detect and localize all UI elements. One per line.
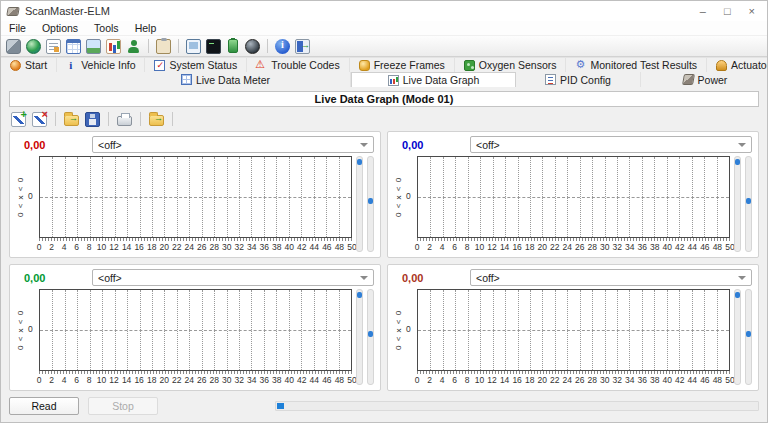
slider-thumb[interactable]: [735, 159, 740, 165]
plot-area: [39, 156, 352, 238]
read-button[interactable]: Read: [9, 397, 79, 415]
scale-slider-upper[interactable]: [356, 289, 363, 385]
menu-file[interactable]: File: [9, 22, 26, 34]
gridline: [542, 290, 543, 370]
scale-slider-upper[interactable]: [356, 156, 363, 252]
graph-panel-2: 0,00 <off> 0 < x < 0 0 02468101214161820…: [387, 131, 759, 258]
gridline: [301, 157, 302, 237]
user-icon[interactable]: [126, 39, 141, 54]
chart-image-icon[interactable]: [106, 39, 121, 54]
maximize-button[interactable]: □: [724, 2, 731, 20]
gridline: [505, 290, 506, 370]
tab-vehicle-info[interactable]: Vehicle Info: [57, 58, 145, 72]
add-graph-icon[interactable]: [11, 112, 26, 127]
exit-icon[interactable]: [295, 39, 310, 54]
scale-slider-zero[interactable]: [745, 156, 752, 252]
gridline: [115, 290, 116, 370]
remove-graph-icon[interactable]: [32, 112, 47, 127]
connect-icon[interactable]: [6, 39, 21, 54]
tab-live-data-graph[interactable]: Live Data Graph: [351, 72, 516, 87]
sphere-icon[interactable]: [245, 39, 260, 54]
gridline: [251, 157, 252, 237]
battery-icon[interactable]: [228, 39, 238, 53]
slider-thumb[interactable]: [746, 198, 751, 204]
trouble-codes-icon: [256, 60, 267, 71]
tab-oxygen-sensors[interactable]: Oxygen Sensors: [455, 58, 567, 72]
pid-select-value: <off>: [476, 139, 500, 151]
tab-live-data-meter[interactable]: Live Data Meter: [101, 72, 351, 87]
gridline: [443, 157, 444, 237]
pid-select-value: <off>: [476, 272, 500, 284]
pid-select-value: <off>: [98, 139, 122, 151]
gridline: [518, 290, 519, 370]
scale-slider-upper[interactable]: [734, 289, 741, 385]
gridline: [202, 157, 203, 237]
tab-label: Oxygen Sensors: [479, 59, 557, 71]
main-toolbar: [1, 36, 767, 57]
tab-monitored-test-results[interactable]: Monitored Test Results: [566, 58, 707, 72]
gridline: [480, 157, 481, 237]
info-icon[interactable]: [275, 39, 290, 54]
pid-select[interactable]: <off>: [470, 269, 752, 286]
scale-slider-zero[interactable]: [745, 289, 752, 385]
gridline: [480, 290, 481, 370]
scale-slider-zero[interactable]: [367, 156, 374, 252]
data-table-icon[interactable]: [66, 39, 81, 54]
menu-options[interactable]: Options: [42, 22, 78, 34]
gridline: [314, 290, 315, 370]
minimize-button[interactable]: –: [700, 2, 706, 20]
tab-start[interactable]: Start: [1, 58, 57, 72]
save-file-icon[interactable]: [85, 112, 100, 127]
pid-config-icon: [545, 74, 556, 85]
gridline: [90, 157, 91, 237]
gridline: [654, 157, 655, 237]
tab-label: Vehicle Info: [81, 59, 135, 71]
gridline: [177, 290, 178, 370]
gridline: [227, 290, 228, 370]
tab-pid-config[interactable]: PID Config: [516, 72, 641, 87]
screen-search-icon[interactable]: [186, 39, 201, 54]
scale-slider-zero[interactable]: [367, 289, 374, 385]
toolbar-separator: [108, 112, 109, 126]
pid-select[interactable]: <off>: [92, 269, 374, 286]
tab-power[interactable]: Power: [641, 72, 768, 87]
graph-panel-3: 0,00 <off> 0 < x < 0 0 02468101214161820…: [9, 264, 381, 391]
tab-system-status[interactable]: System Status: [145, 58, 247, 72]
menu-tools[interactable]: Tools: [94, 22, 119, 34]
gridline: [617, 157, 618, 237]
gridline: [605, 157, 606, 237]
globe-icon[interactable]: [26, 39, 41, 54]
scale-slider-upper[interactable]: [734, 156, 741, 252]
plot-area: [39, 289, 352, 371]
slider-thumb[interactable]: [357, 292, 362, 298]
open-file-icon[interactable]: [64, 115, 79, 126]
tab-freeze-frames[interactable]: Freeze Frames: [350, 58, 455, 72]
export-icon[interactable]: [149, 115, 164, 126]
image-view-icon[interactable]: [86, 39, 101, 54]
tab-actuator[interactable]: Actuator: [707, 58, 768, 72]
print-icon[interactable]: [117, 116, 132, 126]
slider-thumb[interactable]: [368, 198, 373, 204]
slider-thumb[interactable]: [735, 292, 740, 298]
gridline: [276, 290, 277, 370]
progress-bar: [275, 401, 759, 411]
gridline: [580, 157, 581, 237]
current-value: 0,00: [392, 272, 470, 284]
pid-select-value: <off>: [98, 272, 122, 284]
menu-help[interactable]: Help: [135, 22, 157, 34]
pid-select[interactable]: <off>: [470, 136, 752, 153]
close-button[interactable]: ×: [749, 2, 755, 20]
slider-thumb[interactable]: [368, 331, 373, 337]
slider-thumb[interactable]: [357, 159, 362, 165]
slider-thumb[interactable]: [746, 331, 751, 337]
terminal-icon[interactable]: [206, 39, 221, 54]
gridline: [642, 157, 643, 237]
zero-line: [40, 330, 351, 331]
tab-trouble-codes[interactable]: Trouble Codes: [247, 58, 349, 72]
stop-button[interactable]: Stop: [88, 397, 158, 415]
clipboard-icon[interactable]: [156, 39, 171, 54]
zero-line: [418, 197, 729, 198]
document-edit-icon[interactable]: [46, 39, 61, 54]
gridline: [642, 290, 643, 370]
pid-select[interactable]: <off>: [92, 136, 374, 153]
